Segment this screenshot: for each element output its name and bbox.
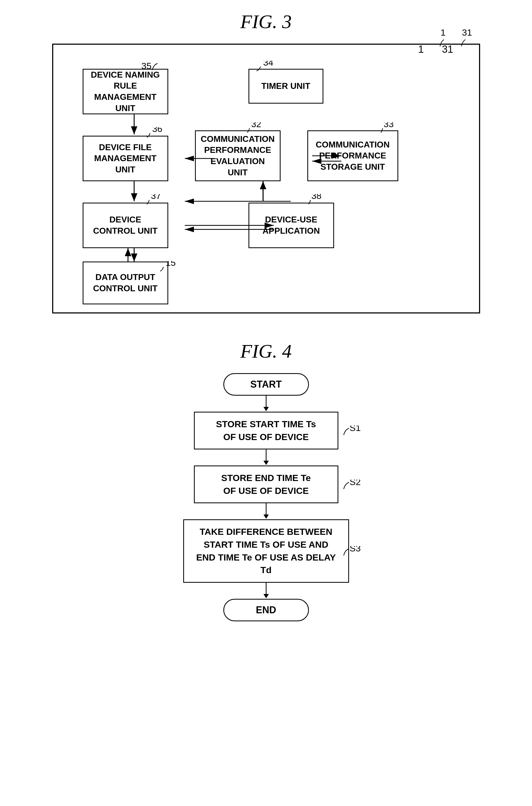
svg-text:33: 33 [383, 122, 394, 129]
arrow-2 [260, 503, 273, 519]
svg-marker-28 [264, 461, 269, 465]
block-commeval: COMMUNICATION PERFORMANCE EVALUATION UNI… [195, 130, 281, 181]
ref-s1: S1 [341, 425, 365, 436]
svg-text:31: 31 [462, 28, 472, 37]
flow-end-row: END [146, 599, 386, 621]
fig4-title: FIG. 4 [241, 340, 292, 363]
svg-text:1: 1 [440, 28, 445, 37]
block-timer: TIMER UNIT [248, 69, 323, 104]
flow-start: START [223, 373, 309, 396]
ref-s2: S2 [341, 479, 365, 490]
ref-s3: S3 [341, 545, 365, 557]
svg-text:S1: S1 [349, 426, 361, 433]
svg-text:36: 36 [152, 127, 163, 134]
svg-text:37: 37 [151, 194, 161, 201]
svg-text:S2: S2 [349, 480, 361, 487]
flow-start-row: START [146, 373, 386, 396]
svg-text:15: 15 [166, 261, 176, 268]
inner-diagram: DEVICE NAMING RULE MANAGEMENT UNIT 35 TI… [66, 58, 466, 299]
arrow-1 [260, 450, 273, 465]
flow-end: END [223, 599, 309, 621]
svg-marker-34 [264, 594, 269, 598]
svg-marker-25 [264, 407, 269, 411]
outer-box: DEVICE NAMING RULE MANAGEMENT UNIT 35 TI… [52, 44, 480, 313]
flow-s3: TAKE DIFFERENCE BETWEEN START TIME Ts OF… [183, 519, 349, 583]
svg-text:34: 34 [263, 61, 273, 68]
block-dataout: DATA OUTPUT CONTROL UNIT [83, 261, 168, 304]
flow-s2-row: STORE END TIME Te OF USE OF DEVICE S2 [146, 465, 386, 503]
svg-text:S3: S3 [349, 546, 361, 553]
block-naming: DEVICE NAMING RULE MANAGEMENT UNIT [83, 69, 168, 114]
block-devctrl: DEVICE CONTROL UNIT [83, 203, 168, 248]
svg-text:38: 38 [311, 194, 322, 201]
arrow-0 [260, 396, 273, 412]
fig3-container: FIG. 3 1 31 1 31 DEVICE NAMING RUL [52, 11, 480, 313]
flow-s1: STORE START TIME Ts OF USE OF DEVICE [194, 412, 338, 450]
svg-text:32: 32 [251, 122, 261, 129]
block-devfile: DEVICE FILE MANAGEMENT UNIT [83, 136, 168, 181]
block-devuse: DEVICE-USE APPLICATION [248, 203, 334, 248]
flow-s3-row: TAKE DIFFERENCE BETWEEN START TIME Ts OF… [146, 519, 386, 583]
block-commstor: COMMUNICATION PERFORMANCE STORAGE UNIT [307, 130, 398, 181]
svg-marker-31 [264, 514, 269, 519]
page-container: FIG. 3 1 31 1 31 DEVICE NAMING RUL [39, 11, 493, 621]
fig4-container: FIG. 4 START STORE START TIME Ts OF USE … [146, 340, 386, 621]
flow-s1-row: STORE START TIME Ts OF USE OF DEVICE S1 [146, 412, 386, 450]
arrow-3 [260, 583, 273, 599]
flow-s2: STORE END TIME Te OF USE OF DEVICE [194, 465, 338, 503]
